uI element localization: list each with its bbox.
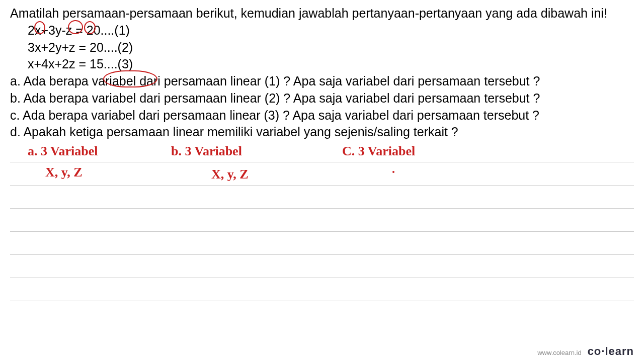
intro-text: Amatilah persamaan-persamaan berikut, ke…: [10, 5, 634, 22]
answer-b-label: b. 3 Variabel: [171, 144, 242, 159]
ruled-line: [10, 231, 634, 232]
answer-c-label: C. 3 Variabel: [342, 144, 415, 159]
circle-annotation-x: [34, 21, 45, 34]
ruled-line: [10, 254, 634, 255]
question-b: b. Ada berapa variabel dari persamaan li…: [10, 90, 634, 107]
question-d: d. Apakah ketiga persamaan linear memili…: [10, 124, 634, 141]
ruled-line: [10, 162, 634, 162]
ruled-line: [10, 185, 634, 186]
ruled-line: [10, 278, 634, 278]
problem-statement: Amatilah persamaan-persamaan berikut, ke…: [10, 5, 634, 141]
equation-2: 3x+2y+z = 20....(2): [28, 39, 634, 56]
ruled-line: [10, 208, 634, 209]
equation-1: 2x+3y-z = 20....(1): [28, 22, 634, 39]
footer-url: www.colearn.id: [537, 349, 581, 356]
dot-mark: [392, 171, 394, 173]
question-a: a. Ada berapa variabel dari persamaan li…: [10, 73, 634, 90]
answer-a-vars: X, y, Z: [45, 165, 83, 180]
question-c: c. Ada berapa variabel dari persamaan li…: [10, 107, 634, 124]
circle-annotation-z: [84, 21, 96, 34]
footer: www.colearn.id co·learn: [537, 345, 634, 358]
answer-a-label: a. 3 Variabel: [28, 144, 98, 159]
footer-logo: co·learn: [588, 345, 634, 358]
circle-annotation-variabel: [103, 70, 157, 87]
ruled-line: [10, 301, 634, 301]
answer-b-vars: X, y, Z: [211, 167, 249, 182]
equations-block: 2x+3y-z = 20....(1) 3x+2y+z = 20....(2) …: [10, 22, 634, 73]
answer-area: a. 3 Variabel X, y, Z b. 3 Variabel X, y…: [10, 142, 634, 323]
